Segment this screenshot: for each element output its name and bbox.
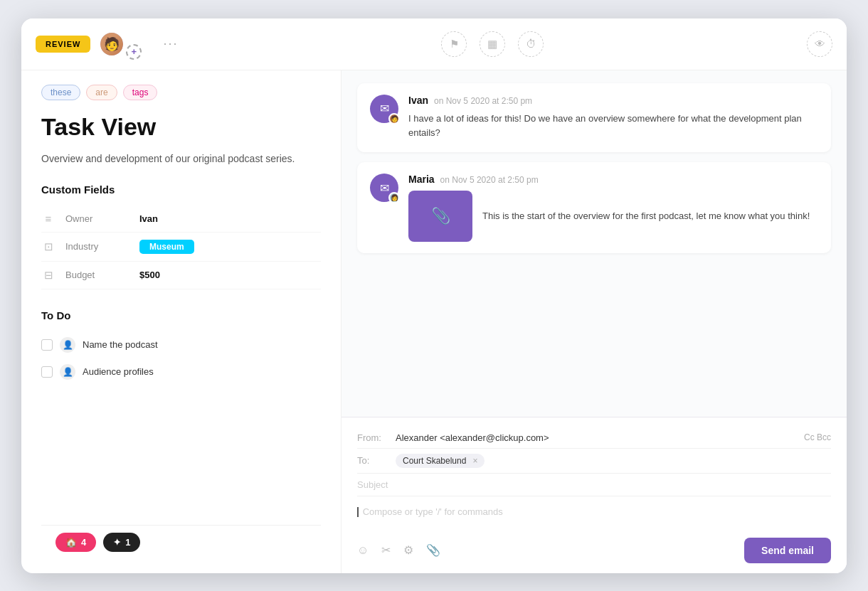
email-toolbar: ☺ ✂ ⚙ 📎 Send email [357, 531, 831, 573]
ivan-avatar: ✉ 🧑 [370, 95, 398, 123]
email-from-row: From: Alexander <alexander@clickup.com> … [357, 427, 831, 449]
tag-these[interactable]: these [41, 85, 80, 100]
custom-fields: ≡ Owner Ivan ⊡ Industry Museum ⊟ Budget … [41, 206, 321, 289]
to-chip-name: Court Skabelund [403, 456, 466, 466]
todo-text-audience: Audience profiles [83, 366, 154, 377]
top-bar: REVIEW 🧑 + ··· ⚑ ▦ ⏱ 👁 [21, 18, 847, 70]
from-value: Alexander <alexander@clickup.com> [396, 432, 549, 443]
comment-maria: ✉ 👩 Maria on Nov 5 2020 at 2:50 pm 📎 [357, 162, 831, 253]
tags-row: these are tags [41, 85, 321, 100]
tag-tags[interactable]: tags [123, 85, 158, 100]
settings-icon[interactable]: ⚙ [403, 543, 413, 557]
badge-pink-icon: 🏠 [65, 537, 77, 548]
maria-small-avatar: 👩 [388, 192, 400, 203]
cc-bcc[interactable]: Cc Bcc [804, 432, 831, 442]
industry-icon: ⊡ [41, 240, 55, 253]
task-title: Task View [41, 113, 321, 141]
industry-label: Industry [65, 241, 129, 252]
field-budget: ⊟ Budget $500 [41, 262, 321, 289]
todo-text-podcast: Name the podcast [83, 339, 158, 350]
email-to-row: To: Court Skabelund × [357, 449, 831, 474]
send-email-button[interactable]: Send email [744, 538, 831, 563]
todo-item-podcast: 👤 Name the podcast [41, 331, 321, 358]
email-subject-field[interactable]: Subject [357, 474, 831, 496]
todo-checkbox-audience[interactable] [41, 366, 53, 378]
email-compose: From: Alexander <alexander@clickup.com> … [342, 417, 847, 573]
todo-section: To Do 👤 Name the podcast 👤 Audience prof… [41, 309, 321, 385]
ivan-small-avatar: 🧑 [388, 113, 400, 124]
text-cursor [357, 507, 359, 517]
attachment-thumbnail[interactable]: 📎 [408, 191, 472, 242]
remove-recipient-button[interactable]: × [472, 456, 477, 466]
eye-icon-button[interactable]: 👁 [807, 31, 832, 57]
review-badge: REVIEW [36, 36, 90, 53]
email-icon-maria: ✉ [380, 181, 389, 195]
subject-placeholder: Subject [357, 479, 388, 490]
attachment-icon[interactable]: 📎 [426, 543, 440, 557]
maria-time: on Nov 5 2020 at 2:50 pm [440, 175, 539, 185]
custom-fields-title: Custom Fields [41, 183, 321, 196]
right-panel: ✉ 🧑 Ivan on Nov 5 2020 at 2:50 pm I have… [342, 70, 847, 573]
avatar-group: 🧑 + [99, 28, 142, 60]
owner-value: Ivan [139, 213, 158, 224]
badge-pink-count: 4 [81, 537, 86, 548]
ivan-comment-header: Ivan on Nov 5 2020 at 2:50 pm [408, 95, 818, 106]
main-layout: these are tags Task View Overview and de… [21, 70, 847, 573]
at-icon[interactable]: ✂ [381, 543, 391, 557]
top-bar-center: ⚑ ▦ ⏱ [186, 31, 798, 57]
compose-placeholder: Compose or type '/' for commands [363, 506, 503, 517]
flag-icon-button[interactable]: ⚑ [441, 31, 467, 57]
todo-title: To Do [41, 309, 321, 321]
email-body-field[interactable]: Compose or type '/' for commands [357, 496, 831, 531]
ivan-comment-body: Ivan on Nov 5 2020 at 2:50 pm I have a l… [408, 95, 818, 142]
top-bar-right: 👁 [807, 31, 832, 57]
comments-area: ✉ 🧑 Ivan on Nov 5 2020 at 2:50 pm I have… [342, 70, 847, 417]
budget-label: Budget [65, 270, 129, 280]
industry-value: Museum [139, 240, 194, 254]
clock-icon-button[interactable]: ⏱ [518, 31, 544, 57]
email-icon: ✉ [380, 102, 389, 115]
maria-comment-header: Maria on Nov 5 2020 at 2:50 pm [408, 174, 818, 185]
to-label: To: [357, 455, 388, 466]
field-industry: ⊡ Industry Museum [41, 233, 321, 262]
more-options-button[interactable]: ··· [163, 36, 178, 51]
maria-comment-text: This is the start of the overview for th… [482, 209, 810, 224]
field-owner: ≡ Owner Ivan [41, 206, 321, 233]
badge-pink[interactable]: 🏠 4 [55, 533, 96, 552]
avatar-face: 🧑 [100, 31, 123, 57]
ivan-comment-text: I have a lot of ideas for this! Do we ha… [408, 112, 818, 142]
paperclip-icon: 📎 [431, 207, 450, 225]
maria-author: Maria [408, 174, 435, 185]
calendar-icon-button[interactable]: ▦ [480, 31, 505, 57]
ivan-author: Ivan [408, 95, 428, 106]
maria-comment-body: Maria on Nov 5 2020 at 2:50 pm 📎 This is… [408, 174, 818, 242]
budget-value: $500 [139, 270, 160, 280]
budget-icon: ⊟ [41, 269, 55, 282]
from-label: From: [357, 432, 388, 443]
badge-dark-count: 1 [125, 537, 130, 548]
ivan-time: on Nov 5 2020 at 2:50 pm [434, 96, 532, 106]
todo-avatar-podcast: 👤 [60, 337, 75, 353]
user-avatar: 🧑 [99, 31, 125, 57]
bottom-badge-bar: 🏠 4 ✦ 1 [41, 525, 321, 559]
maria-comment-with-attachment: 📎 This is the start of the overview for … [408, 191, 818, 242]
owner-icon: ≡ [41, 213, 55, 225]
todo-checkbox-podcast[interactable] [41, 339, 53, 351]
badge-dark-icon: ✦ [113, 537, 121, 548]
badge-dark[interactable]: ✦ 1 [103, 533, 140, 552]
emoji-icon[interactable]: ☺ [357, 544, 369, 557]
owner-label: Owner [65, 213, 129, 224]
todo-item-audience: 👤 Audience profiles [41, 358, 321, 385]
todo-avatar-audience: 👤 [60, 364, 75, 380]
tag-are[interactable]: are [86, 85, 117, 100]
to-chip[interactable]: Court Skabelund × [396, 454, 485, 468]
maria-avatar: ✉ 👩 [370, 174, 398, 202]
comment-ivan: ✉ 🧑 Ivan on Nov 5 2020 at 2:50 pm I have… [357, 83, 831, 153]
add-user-button[interactable]: + [126, 44, 142, 60]
task-description: Overview and development of our original… [41, 151, 321, 166]
left-panel: these are tags Task View Overview and de… [21, 70, 342, 573]
app-window: REVIEW 🧑 + ··· ⚑ ▦ ⏱ 👁 these are tags [21, 18, 847, 573]
